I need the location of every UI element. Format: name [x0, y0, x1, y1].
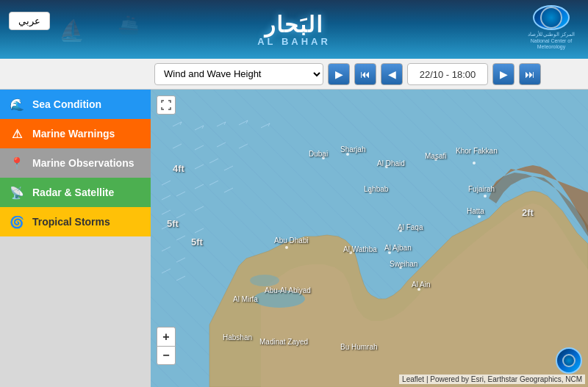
- warning-icon: ⚠: [9, 126, 25, 142]
- app-header: عربي البَحار AL BAHAR المركز الوطني للأر…: [0, 0, 588, 59]
- svg-point-51: [478, 215, 481, 218]
- ncm-logo-inner: [540, 7, 562, 29]
- sidebar-item-radar-satellite[interactable]: 📡 Radar & Satellite: [0, 178, 151, 207]
- arabic-language-button[interactable]: عربي: [9, 12, 50, 30]
- wave-label-2ft: 2ft: [522, 207, 534, 218]
- map-ncm-logo: [556, 347, 582, 374]
- prev-frame-button[interactable]: ◀: [381, 63, 403, 85]
- sidebar-label-tropical-storms: Tropical Storms: [32, 216, 110, 228]
- sidebar-item-marine-warnings[interactable]: ⚠ Marine Warnings: [0, 119, 151, 148]
- fullscreen-button[interactable]: [157, 95, 176, 115]
- app-title-area: البَحار AL BAHAR: [257, 12, 331, 47]
- place-sweihan: Sweihan: [390, 260, 417, 268]
- place-buhumrah: Bu Humrah: [340, 343, 378, 351]
- skip-end-button[interactable]: ⏭: [519, 63, 541, 85]
- sidebar-item-sea-condition[interactable]: 🌊 Sea Condition: [0, 90, 151, 119]
- ship-decoration: ⛵: [59, 18, 85, 43]
- skip-start-button[interactable]: ⏮: [354, 63, 376, 85]
- place-alwathba: Al Wathba: [343, 245, 377, 253]
- svg-point-55: [285, 246, 288, 249]
- place-alajban: Al Ajban: [384, 244, 412, 252]
- ncm-logo-circle: [533, 5, 570, 30]
- datetime-display: 22/10 - 18:00: [407, 63, 488, 85]
- wave-label-4ft: 4ft: [173, 163, 184, 174]
- ship-decoration-2: 🚢: [118, 15, 140, 35]
- sidebar-gap: [0, 236, 151, 387]
- next-frame-button[interactable]: ▶: [492, 63, 514, 85]
- zoom-in-button[interactable]: +: [157, 327, 176, 346]
- place-abuabiyad: Abu-Al Abiyad: [265, 286, 311, 294]
- sidebar-label-marine-observations: Marine Observations: [32, 157, 135, 169]
- svg-point-48: [473, 162, 476, 164]
- place-aldhaid: Al Dhaid: [377, 159, 405, 167]
- storm-icon: 🌀: [9, 214, 25, 230]
- observations-icon: 📍: [9, 155, 25, 171]
- sidebar-item-marine-observations[interactable]: 📍 Marine Observations: [0, 148, 151, 178]
- place-abudhabi: Abu Dhabi: [274, 236, 309, 245]
- app-title-english: AL BAHAR: [257, 36, 331, 47]
- map-zoom-controls: + −: [157, 327, 176, 365]
- svg-point-9: [250, 275, 279, 286]
- sidebar-label-sea-condition: Sea Condition: [32, 98, 101, 110]
- sidebar-label-marine-warnings: Marine Warnings: [32, 128, 115, 140]
- layer-selector[interactable]: Wind and Wave Height Sea Condition Curre…: [154, 63, 323, 85]
- place-sharjah: Sharjah: [340, 145, 365, 153]
- place-lahbab: Lahbab: [364, 185, 388, 193]
- place-khorfakkan: Khor Fakkan: [456, 147, 498, 155]
- sidebar-item-tropical-storms[interactable]: 🌀 Tropical Storms: [0, 207, 151, 236]
- map-attribution: Leaflet | Powered by Esri, Earthstar Geo…: [399, 375, 585, 384]
- play-button[interactable]: ▶: [328, 63, 350, 85]
- map-controls: [157, 95, 176, 115]
- place-alfaqa: Al Faqa: [398, 223, 423, 231]
- sidebar-label-radar-satellite: Radar & Satellite: [32, 187, 114, 198]
- place-hatta: Hatta: [467, 207, 484, 215]
- radar-icon: 📡: [9, 184, 25, 200]
- wave-label-5ft-1: 5ft: [167, 218, 179, 229]
- place-alain: Al Ain: [412, 281, 431, 289]
- wave-icon: 🌊: [9, 96, 25, 112]
- sidebar: 🌊 Sea Condition ⚠ Marine Warnings 📍 Mari…: [0, 90, 151, 387]
- place-masafi: Masafi: [425, 152, 446, 160]
- place-madinatzayed: Madinat Zayed: [259, 338, 308, 346]
- svg-point-49: [484, 195, 487, 198]
- map-toolbar: Wind and Wave Height Sea Condition Curre…: [0, 59, 588, 90]
- place-habshan: Habshan: [223, 333, 252, 341]
- app-title-arabic: البَحار: [265, 12, 323, 37]
- main-content: 🌊 Sea Condition ⚠ Marine Warnings 📍 Mari…: [0, 90, 588, 387]
- place-fujairah: Fujairah: [468, 185, 495, 193]
- zoom-out-button[interactable]: −: [157, 346, 176, 365]
- ncm-organization-name: المركز الوطني للأرصاد National Center of…: [522, 32, 581, 50]
- ncm-logo-area: المركز الوطني للأرصاد National Center of…: [522, 6, 581, 50]
- wave-label-5ft-2: 5ft: [191, 236, 203, 247]
- place-almirfa: Al Mirfa: [233, 295, 258, 303]
- map-container[interactable]: 4ft 5ft 5ft 2ft Dubai Sharjah Al Dhaid M…: [151, 90, 588, 387]
- place-dubai: Dubai: [309, 150, 328, 158]
